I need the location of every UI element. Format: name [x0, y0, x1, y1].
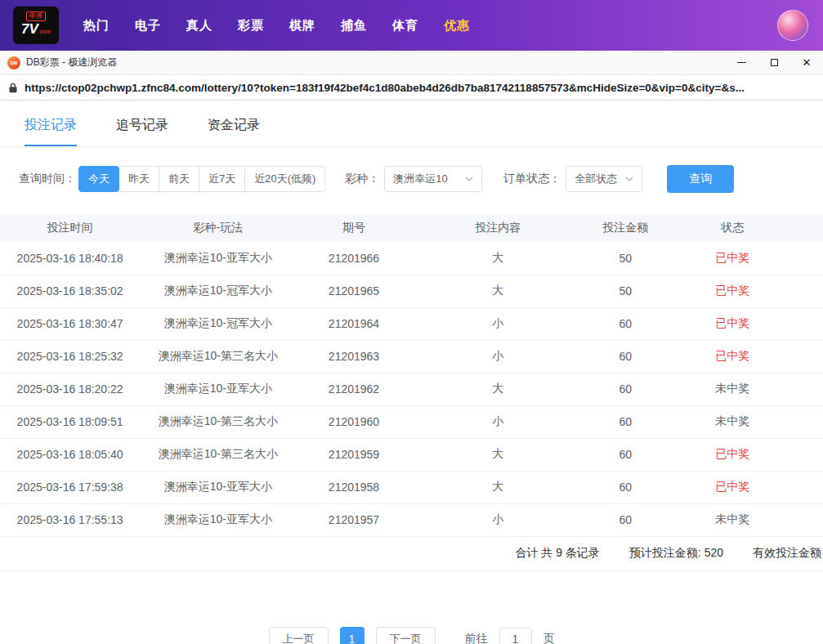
cell-status: 未中奖 — [667, 373, 798, 405]
nav-item[interactable]: 真人 — [186, 18, 212, 34]
site-logo[interactable]: 申博 7V.com — [13, 7, 59, 44]
cell-issue-number: 21201964 — [297, 307, 412, 340]
cell-game-play: 澳洲幸运10-亚军大小 — [140, 373, 296, 405]
nav-item[interactable]: 彩票 — [238, 18, 264, 34]
minimize-button[interactable] — [725, 51, 758, 74]
page-number-current[interactable]: 1 — [340, 627, 365, 644]
cell-status: 已中奖 — [667, 242, 798, 275]
browser-titlebar: DB DB彩票 - 极速浏览器 ✕ — [0, 51, 823, 75]
cell-bet-content: 大 — [411, 438, 584, 471]
cell-filler — [798, 503, 823, 536]
cell-status: 已中奖 — [667, 471, 798, 503]
summary-expected-amount: 预计投注金额: 520 — [629, 546, 723, 561]
cell-bet-time: 2025-03-16 18:05:40 — [0, 438, 140, 471]
bet-records-table: 投注时间 彩种-玩法 期号 投注内容 投注金额 状态 2025-03-16 18… — [0, 214, 823, 537]
next-page-button[interactable]: 下一页 — [376, 627, 436, 644]
cell-filler — [798, 373, 823, 405]
table-row: 2025-03-16 18:05:40 澳洲幸运10-第三名大小 2120195… — [0, 438, 823, 471]
cell-issue-number: 21201963 — [297, 340, 412, 373]
nav-item[interactable]: 棋牌 — [289, 18, 315, 34]
cell-bet-amount: 60 — [584, 405, 667, 438]
cell-bet-time: 2025-03-16 18:20:22 — [0, 373, 140, 405]
window-controls: ✕ — [725, 51, 823, 74]
tab[interactable]: 投注记录 — [25, 117, 77, 146]
table-header: 投注时间 彩种-玩法 期号 投注内容 投注金额 状态 — [0, 214, 823, 242]
table-row: 2025-03-16 18:09:51 澳洲幸运10-第三名大小 2120196… — [0, 405, 823, 438]
cell-status: 未中奖 — [667, 503, 798, 536]
close-button[interactable]: ✕ — [790, 51, 823, 74]
cell-bet-amount: 60 — [584, 438, 667, 471]
record-tabs: 投注记录 追号记录 资金记录 — [0, 101, 823, 147]
maximize-button[interactable] — [758, 51, 790, 74]
cell-issue-number: 21201962 — [297, 373, 412, 405]
column-header: 彩种-玩法 — [140, 214, 296, 242]
cell-bet-content: 大 — [411, 373, 584, 405]
browser-urlbar[interactable]: https://ctop02pchwp1.zfnc84.com/lottery/… — [0, 75, 823, 101]
cell-game-play: 澳洲幸运10-第三名大小 — [140, 438, 296, 471]
nav-item[interactable]: 捕鱼 — [341, 18, 367, 34]
cell-bet-content: 大 — [411, 242, 584, 275]
summary-valid-amount: 有效投注金额 — [753, 546, 821, 561]
cell-bet-amount: 50 — [584, 275, 667, 307]
table-row: 2025-03-16 18:20:22 澳洲幸运10-亚军大小 21201962… — [0, 373, 823, 405]
lottery-select[interactable]: 澳洲幸运10 — [384, 166, 482, 192]
cell-game-play: 澳洲幸运10-亚军大小 — [140, 242, 296, 275]
cell-bet-amount: 60 — [584, 471, 667, 503]
maximize-icon — [771, 59, 778, 66]
status-select-label: 订单状态： — [503, 172, 561, 186]
nav-item[interactable]: 优惠 — [444, 18, 470, 34]
cell-game-play: 澳洲幸运10-第三名大小 — [140, 340, 296, 373]
cell-bet-content: 小 — [411, 340, 584, 373]
window-title: DB彩票 - 极速浏览器 — [26, 56, 117, 69]
cell-game-play: 澳洲幸运10-冠军大小 — [140, 275, 296, 307]
nav-item[interactable]: 体育 — [392, 18, 418, 34]
cell-bet-amount: 60 — [584, 307, 667, 340]
logo-suffix: .com — [38, 29, 51, 34]
table-row: 2025-03-16 18:40:18 澳洲幸运10-亚军大小 21201966… — [0, 242, 823, 275]
summary-total-count: 合计 共 9 条记录 — [515, 546, 599, 561]
cell-filler — [798, 340, 823, 373]
status-select[interactable]: 全部状态 — [566, 166, 642, 192]
prev-page-button[interactable]: 上一页 — [269, 627, 329, 644]
cell-issue-number: 21201959 — [297, 438, 412, 471]
time-filter-button[interactable]: 今天 — [78, 166, 119, 192]
logo-brand: 7V.com — [21, 21, 51, 39]
column-header: 状态 — [667, 214, 798, 242]
tab[interactable]: 追号记录 — [116, 117, 168, 146]
status-select-value: 全部状态 — [575, 172, 617, 186]
cell-game-play: 澳洲幸运10-冠军大小 — [140, 307, 296, 340]
cell-bet-time: 2025-03-16 18:30:47 — [0, 307, 140, 340]
cell-bet-content: 大 — [411, 471, 584, 503]
nav-item[interactable]: 电子 — [135, 18, 161, 34]
user-avatar[interactable] — [777, 10, 808, 41]
cell-bet-time: 2025-03-16 17:55:13 — [0, 503, 140, 536]
cell-bet-content: 小 — [411, 503, 584, 536]
cell-issue-number: 21201966 — [297, 242, 412, 275]
url-text[interactable]: https://ctop02pchwp1.zfnc84.com/lottery/… — [25, 82, 745, 94]
column-header: 期号 — [297, 214, 412, 242]
goto-page-input[interactable] — [499, 628, 532, 644]
cell-issue-number: 21201958 — [297, 471, 412, 503]
table-row: 2025-03-16 17:59:38 澳洲幸运10-亚军大小 21201958… — [0, 471, 823, 503]
cell-filler — [798, 405, 823, 438]
cell-bet-time: 2025-03-16 18:35:02 — [0, 275, 140, 307]
time-filter-button[interactable]: 昨天 — [119, 166, 159, 192]
cell-filler — [798, 307, 823, 340]
table-row: 2025-03-16 18:25:32 澳洲幸运10-第三名大小 2120196… — [0, 340, 823, 373]
time-filter-button[interactable]: 前天 — [159, 166, 199, 192]
cell-filler — [798, 438, 823, 471]
query-button[interactable]: 查询 — [667, 165, 734, 193]
tab[interactable]: 资金记录 — [208, 117, 260, 146]
time-filter-button[interactable]: 近20天(低频) — [244, 166, 325, 192]
time-filter-button[interactable]: 近7天 — [199, 166, 245, 192]
cell-issue-number: 21201960 — [297, 405, 412, 438]
table-body: 2025-03-16 18:40:18 澳洲幸运10-亚军大小 21201966… — [0, 242, 823, 536]
goto-page-suffix: 页 — [543, 632, 555, 644]
chevron-down-icon — [465, 177, 473, 181]
lottery-select-value: 澳洲幸运10 — [393, 172, 447, 186]
cell-status: 已中奖 — [667, 307, 798, 340]
nav-item[interactable]: 热门 — [83, 18, 110, 34]
cell-status: 未中奖 — [667, 405, 798, 438]
lock-icon — [8, 83, 18, 93]
table-row: 2025-03-16 18:30:47 澳洲幸运10-冠军大小 21201964… — [0, 307, 823, 340]
